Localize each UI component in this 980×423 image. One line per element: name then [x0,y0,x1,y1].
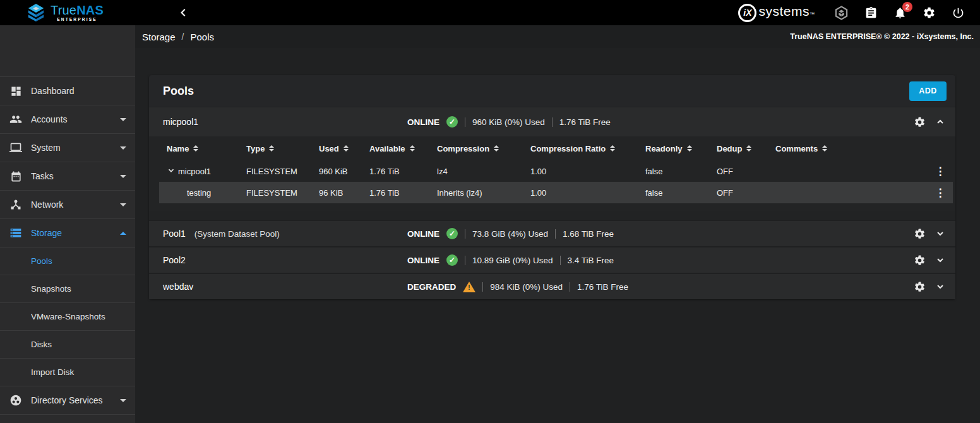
status-divider [560,256,561,265]
jobs-clipboard-icon[interactable] [864,6,878,20]
sort-icon [193,145,198,152]
settings-gear-icon[interactable] [923,6,936,20]
row-menu-kebab-icon[interactable]: ⋮ [935,188,946,198]
status-divider [482,282,483,292]
column-header-available[interactable]: Available [369,144,437,153]
dataset-ratio: 1.00 [530,167,645,176]
pool-row-pool1[interactable]: Pool1 (System Dataset Pool) ONLINE ✓ 73.… [149,220,955,246]
sidebar-item-system[interactable]: System [0,133,135,162]
sidebar-item-vmware-snapshots[interactable]: VMware-Snapshots [0,302,135,330]
truenas-app: TrueNAS ENTERPRISE iXsystems™ [0,0,980,423]
notifications: 2 [893,6,907,20]
expand-pool-chevron-down-icon[interactable] [935,255,945,265]
topbar-actions: iXsystems™ 2 [738,4,980,22]
power-icon[interactable] [952,6,965,20]
content-area: Pools ADD micpool1 ONLINE ✓ 960 KiB (0%)… [135,48,980,423]
pool-settings-gear-icon[interactable] [914,281,926,293]
pool-used: 73.8 GiB (4%) Used [472,229,548,239]
dataset-dedup: OFF [717,167,775,176]
copyright-text: TrueNAS ENTERPRISE® © 2022 - iXsystems, … [790,32,974,41]
chevron-down-icon [120,118,126,121]
add-pool-button[interactable]: ADD [909,81,947,101]
table-row[interactable]: micpool1 FILESYSTEM 960 KiB 1.76 TiB lz4… [159,160,953,182]
pool-used: 984 KiB (0%) Used [490,282,563,292]
datasets-table: Name Type Used Available Compression Com… [149,136,955,211]
column-header-readonly[interactable]: Readonly [645,144,717,153]
sidebar-item-tasks[interactable]: Tasks [0,162,135,190]
sort-icon [410,145,415,152]
status-divider [465,117,465,127]
pools-card-header: Pools ADD [149,75,955,107]
collapse-sidenav-icon[interactable] [179,8,188,17]
chevron-down-icon [120,175,126,178]
sidebar-item-pools[interactable]: Pools [0,247,135,275]
collapse-pool-chevron-up-icon[interactable] [935,117,945,127]
pool-free: 1.68 TiB Free [563,229,614,239]
column-header-comments[interactable]: Comments [775,144,928,153]
pool-settings-gear-icon[interactable] [914,254,926,266]
breadcrumb-pools[interactable]: Pools [190,32,214,42]
status-online-check-icon: ✓ [446,254,458,266]
status-degraded-warning-icon: ! [463,282,475,292]
calendar-icon [9,170,23,182]
expand-pool-chevron-down-icon[interactable] [935,282,945,292]
sort-icon [494,145,499,152]
pool-status: ONLINE ✓ 73.8 GiB (4%) Used 1.68 TiB Fre… [407,228,614,239]
expand-pool-chevron-down-icon[interactable] [935,229,945,239]
sort-icon [746,145,751,152]
storage-icon [9,227,23,239]
expand-dataset-chevron-icon[interactable] [167,166,176,177]
pool-status: DEGRADED ! 984 KiB (0%) Used 1.76 TiB Fr… [407,282,628,292]
dataset-used: 960 KiB [319,167,369,176]
notification-count-badge[interactable]: 2 [902,2,912,12]
pool-settings-gear-icon[interactable] [914,228,926,240]
column-header-name[interactable]: Name [159,144,246,153]
menu-toggle-icon[interactable] [150,8,164,17]
pool-free: 3.4 TiB Free [568,256,614,265]
sidebar-item-accounts[interactable]: Accounts [0,105,135,133]
sidebar-item-label: Tasks [31,171,54,181]
pool-row-micpool1[interactable]: micpool1 ONLINE ✓ 960 KiB (0%) Used 1.76… [149,107,955,136]
column-header-used[interactable]: Used [319,144,369,153]
column-header-dedup[interactable]: Dedup [717,144,775,153]
sidebar-item-import-disk[interactable]: Import Disk [0,358,135,386]
breadcrumb-storage[interactable]: Storage [142,32,176,42]
truenas-logo[interactable]: TrueNAS ENTERPRISE [0,0,135,25]
column-header-type[interactable]: Type [246,144,319,153]
status-divider [465,229,465,239]
sidebar-item-label: Dashboard [31,86,75,96]
table-header-row: Name Type Used Available Compression Com… [159,136,953,160]
column-header-compression[interactable]: Compression [437,144,530,153]
sort-icon [344,145,349,152]
sidebar-item-dashboard[interactable]: Dashboard [0,76,135,105]
sidebar-item-label: Directory Services [31,395,103,405]
dashboard-icon [9,85,23,97]
chevron-down-icon [120,146,126,150]
breadcrumb-separator: / [182,32,184,42]
pool-row-webdav[interactable]: webdav DEGRADED ! 984 KiB (0%) Used 1.76… [149,273,955,299]
pool-note: (System Dataset Pool) [194,229,280,239]
dataset-compression: Inherits (lz4) [437,188,530,198]
pool-row-pool2[interactable]: Pool2 ONLINE ✓ 10.89 GiB (0%) Used 3.4 T… [149,246,955,273]
sidebar: Dashboard Accounts System Tas [0,25,135,423]
column-header-compression-ratio[interactable]: Compression Ratio [530,144,645,153]
pool-status: ONLINE ✓ 960 KiB (0%) Used 1.76 TiB Free [407,116,611,128]
chevron-down-icon [120,203,126,206]
sidebar-item-network[interactable]: Network [0,190,135,218]
row-menu-kebab-icon[interactable]: ⋮ [935,166,946,177]
sidebar-item-snapshots[interactable]: Snapshots [0,275,135,302]
sidebar-item-disks[interactable]: Disks [0,330,135,358]
sidebar-item-storage[interactable]: Storage [0,218,135,247]
truecommand-icon[interactable] [834,6,849,20]
chevron-down-icon [120,399,126,402]
sidebar-item-directory-services[interactable]: Directory Services [0,386,135,414]
pool-settings-gear-icon[interactable] [914,116,926,128]
sort-icon [269,145,274,152]
sidebar-item-label: Accounts [31,114,68,124]
dataset-available: 1.76 TiB [369,167,437,176]
table-row[interactable]: testing FILESYSTEM 96 KiB 1.76 TiB Inher… [159,182,953,203]
pools-card: Pools ADD micpool1 ONLINE ✓ 960 KiB (0%)… [149,75,955,299]
dataset-type: FILESYSTEM [246,167,319,176]
status-divider [555,229,556,239]
pool-used: 10.89 GiB (0%) Used [472,256,553,265]
